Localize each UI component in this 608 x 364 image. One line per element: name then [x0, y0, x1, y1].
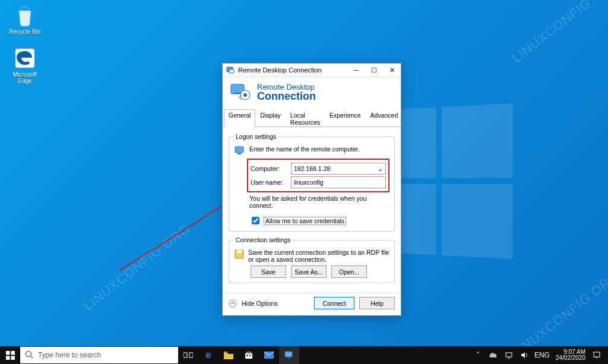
search-placeholder: Type here to search: [38, 351, 101, 359]
recycle-bin-icon[interactable]: Recycle Bin: [6, 4, 44, 35]
maximize-button[interactable]: ☐: [365, 64, 383, 77]
chevron-down-icon: ⌄: [378, 165, 383, 172]
computer-value: 192.168.1.28: [294, 165, 330, 172]
taskbar-rdc-active[interactable]: [279, 346, 299, 364]
tray-notifications-icon[interactable]: [589, 346, 604, 364]
tab-body-general: Logon settings Enter the name of the rem…: [223, 127, 401, 293]
task-view-button[interactable]: [178, 346, 198, 364]
svg-rect-23: [246, 354, 248, 356]
svg-rect-14: [11, 351, 15, 355]
taskbar-edge[interactable]: e: [198, 346, 218, 364]
recycle-bin-label: Recycle Bin: [6, 29, 44, 35]
window-title: Remote Desktop Connection: [238, 67, 347, 74]
svg-point-17: [26, 351, 31, 356]
svg-rect-26: [285, 352, 292, 357]
tab-display[interactable]: Display: [255, 109, 285, 127]
svg-rect-24: [249, 354, 251, 356]
hide-options-link[interactable]: Hide Options: [242, 300, 278, 307]
search-icon: [25, 350, 33, 360]
minimize-button[interactable]: ─: [347, 64, 365, 77]
logon-settings-group: Logon settings Enter the name of the rem…: [229, 133, 395, 232]
edge-icon[interactable]: Microsoft Edge: [6, 46, 44, 84]
edge-label: Microsoft Edge: [6, 71, 44, 84]
tray-onedrive-icon[interactable]: [486, 346, 501, 364]
search-box[interactable]: Type here to search: [20, 347, 178, 363]
tray-volume-icon[interactable]: [517, 346, 532, 364]
svg-line-18: [31, 356, 33, 358]
show-desktop-button[interactable]: [604, 346, 608, 364]
save-button[interactable]: Save: [251, 265, 286, 278]
svg-rect-3: [229, 69, 234, 73]
banner: Remote Desktop Connection: [223, 77, 401, 109]
taskbar-mail[interactable]: [259, 346, 279, 364]
svg-rect-13: [6, 351, 10, 355]
svg-point-12: [229, 300, 236, 307]
svg-rect-15: [6, 356, 10, 360]
svg-rect-30: [594, 352, 600, 357]
username-label: User name:: [251, 179, 287, 186]
svg-rect-28: [506, 353, 512, 357]
tab-advanced[interactable]: Advanced: [366, 109, 403, 127]
logon-instruction: Enter the name of the remote computer.: [249, 145, 360, 153]
banner-line1: Remote Desktop: [257, 83, 316, 91]
window-footer: Hide Options Connect Help: [223, 293, 401, 315]
svg-rect-21: [224, 352, 227, 353]
connect-button[interactable]: Connect: [314, 297, 354, 309]
tray-clock[interactable]: 9:07 AM 24/02/2020: [552, 349, 589, 362]
svg-rect-27: [287, 357, 290, 359]
watermark: LINUXCONFIG.ORG: [509, 0, 608, 66]
svg-rect-5: [235, 93, 240, 94]
conn-legend: Connection settings: [234, 236, 292, 243]
rdc-title-icon: [226, 66, 235, 74]
computer-combo[interactable]: 192.168.1.28 ⌄: [291, 163, 386, 175]
connection-settings-group: Connection settings Save the current con…: [229, 236, 395, 283]
titlebar[interactable]: Remote Desktop Connection ─ ☐ ✕: [223, 64, 401, 77]
svg-rect-8: [235, 147, 243, 153]
logon-legend: Logon settings: [234, 133, 278, 140]
computer-label: Computer:: [251, 165, 287, 172]
credentials-note: You will be asked for credentials when y…: [249, 195, 390, 209]
tray-expand-icon[interactable]: ˄: [470, 346, 486, 364]
rdc-window: Remote Desktop Connection ─ ☐ ✕ Remote D…: [222, 63, 401, 316]
banner-line2: Connection: [257, 91, 316, 103]
svg-point-7: [243, 93, 247, 97]
desktop: LINUXCONFIG.ORG LINUXCONFIG.ORG LINUXCON…: [0, 0, 608, 346]
username-field[interactable]: [291, 176, 386, 188]
allow-save-checkbox[interactable]: [252, 217, 259, 224]
conn-text: Save the current connection settings to …: [248, 249, 390, 263]
help-button[interactable]: Help: [359, 297, 395, 309]
clock-date: 24/02/2020: [556, 355, 585, 362]
svg-rect-9: [238, 153, 241, 154]
taskbar-explorer[interactable]: [218, 346, 239, 364]
save-icon: [234, 249, 245, 259]
tray-language[interactable]: ENG: [532, 346, 552, 364]
allow-save-label: Allow me to save credentials: [264, 217, 346, 225]
open-button[interactable]: Open...: [331, 265, 367, 278]
tab-experience[interactable]: Experience: [325, 109, 366, 127]
taskbar: Type here to search e ˄ ENG 9:07 AM 24/0…: [0, 346, 608, 364]
system-tray: ˄ ENG 9:07 AM 24/02/2020: [470, 346, 608, 364]
close-button[interactable]: ✕: [383, 64, 401, 77]
start-button[interactable]: [0, 346, 20, 364]
watermark: LINUXCONFIG.ORG: [80, 221, 194, 314]
svg-rect-20: [189, 353, 193, 357]
watermark: LINUXCONFIG.ORG: [509, 268, 608, 346]
tab-local-resources[interactable]: Local Resources: [286, 109, 325, 127]
taskbar-store[interactable]: [239, 346, 259, 364]
svg-rect-22: [245, 353, 252, 359]
tabs: General Display Local Resources Experien…: [223, 109, 401, 127]
svg-rect-19: [183, 353, 187, 357]
tab-general[interactable]: General: [224, 109, 255, 127]
monitor-icon: [234, 145, 246, 156]
tray-network-icon[interactable]: [501, 346, 517, 364]
rdc-banner-icon: [230, 82, 251, 103]
svg-rect-11: [237, 250, 242, 253]
svg-rect-16: [11, 356, 15, 360]
save-as-button[interactable]: Save As...: [291, 265, 327, 278]
collapse-icon[interactable]: [229, 299, 237, 308]
